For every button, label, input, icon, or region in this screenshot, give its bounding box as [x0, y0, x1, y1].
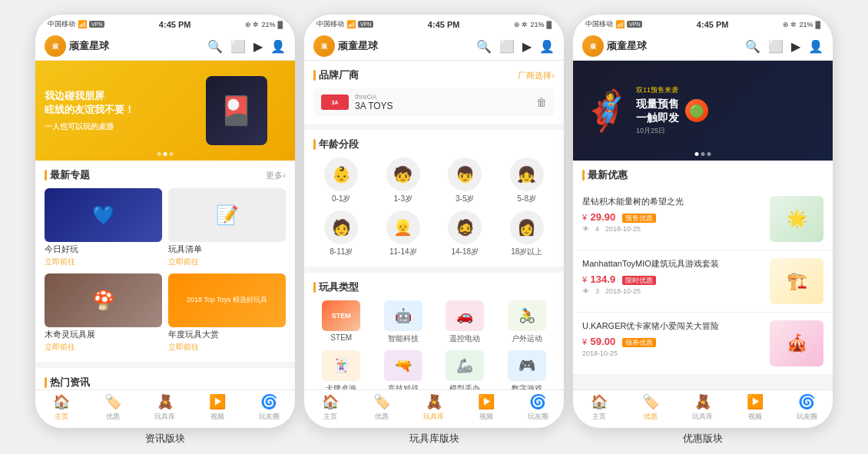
brand-item[interactable]: 3A threOA 3A TOYS 🗑: [313, 88, 555, 116]
topic-sub-4: 立即前往: [168, 342, 286, 353]
tab-home-icon-3: 🏠: [591, 393, 608, 410]
tab-toys-2[interactable]: 🧸 玩具库: [408, 393, 460, 422]
banner-1: 我边碰我朋屏 眩线的友谊我不要！ 一人也可以玩的桌游 🎴: [35, 61, 295, 161]
topic-4[interactable]: 2018 Top Toys 精选好玩具 年度玩具大赏 立即前往: [168, 273, 286, 353]
phone-news-wrapper: 中国移动 📶 VPN 4:45 PM ⊛ ✲ 21% ▓ 顽: [35, 14, 296, 446]
tab-home-3[interactable]: 🏠 主页: [573, 393, 625, 422]
topic-label-2: 玩具清单: [168, 244, 286, 255]
app-title-3: 顽童星球: [607, 39, 647, 53]
views-d1: 4: [595, 225, 599, 233]
brand-title: 品牌厂商: [313, 68, 359, 82]
toy-type-label-digital: 数字游戏: [512, 383, 542, 389]
nav-icons-1: 🔍 ⬜ ▶ 👤: [207, 39, 286, 54]
search-icon-1[interactable]: 🔍: [207, 39, 223, 54]
dot3-2: [701, 152, 705, 156]
age-avatar-18-plus: 👩: [510, 210, 544, 244]
toy-type-model[interactable]: 🦾 模型手办: [437, 350, 493, 389]
age-5-8[interactable]: 👧 5-8岁: [499, 157, 555, 204]
discount-content-3: U.KARGER优卡家猪小爱闯关大冒险 ¥ 59.00 领券优惠 2018-10…: [582, 320, 764, 357]
toy-type-smart[interactable]: 🤖 智能科技: [376, 300, 432, 344]
tab-friends-label-2: 玩友圈: [528, 412, 548, 422]
tab-bar-1: 🏠 主页 🏷️ 优惠 🧸 玩具库 ▶️ 视频: [35, 389, 295, 428]
toy-type-stem[interactable]: STEM STEM: [313, 300, 369, 344]
tab-video-3[interactable]: ▶️ 视频: [729, 393, 781, 422]
discount-item-3[interactable]: U.KARGER优卡家猪小爱闯关大冒险 ¥ 59.00 领券优惠 2018-10…: [573, 313, 833, 375]
topic-sub-2: 立即前往: [168, 257, 286, 267]
user-icon-3[interactable]: 👤: [808, 39, 823, 54]
tab-home-icon-2: 🏠: [322, 393, 339, 410]
tab-toys-1[interactable]: 🧸 玩具库: [139, 393, 191, 422]
banner-bg-1: 我边碰我朋屏 眩线的友谊我不要！ 一人也可以玩的桌游 🎴: [35, 61, 295, 161]
tab-friends-1[interactable]: 🌀 玩友圈: [243, 393, 295, 422]
tab-deals-label-1: 优惠: [106, 412, 120, 422]
scan-icon-2[interactable]: ⬜: [499, 39, 515, 54]
toy-type-digital[interactable]: 🎮 数字游戏: [499, 350, 555, 389]
age-0-1[interactable]: 👶 0-1岁: [313, 157, 369, 204]
phone-toys: 中国移动 📶 VPN 4:45 PM ⊛ ✲ 21% ▓ 顽: [303, 14, 565, 429]
toy-type-label-stem: STEM: [330, 333, 352, 342]
banner-dots-1: [157, 152, 174, 156]
topics-more[interactable]: 更多 ›: [266, 170, 286, 181]
topic-3[interactable]: 🍄 木奇灵玩具展 立即前往: [45, 273, 162, 353]
tab-deals-2[interactable]: 🏷️ 优惠: [356, 393, 409, 422]
date-d3: 2018-10-25: [582, 350, 618, 357]
screen-label-3: 优惠版块: [683, 432, 723, 446]
discount-item-2[interactable]: ManhattanToyMIO建筑玩具游戏套装 ¥ 134.9 限时优惠 👁 3: [573, 250, 833, 313]
topic-2[interactable]: 📝 玩具清单 立即前往: [168, 188, 286, 267]
tab-deals-1[interactable]: 🏷️ 优惠: [88, 393, 140, 422]
toy-type-battle[interactable]: 🔫 竞技对战: [376, 350, 432, 389]
age-14-18[interactable]: 🧔 14-18岁: [437, 210, 493, 257]
age-18-plus[interactable]: 👩 18岁以上: [499, 210, 555, 257]
age-8-11[interactable]: 🧑 8-11岁: [313, 210, 369, 257]
status-right-2: ⊛ ✲ 21% ▓: [514, 21, 552, 28]
tab-video-icon-1: ▶️: [209, 393, 226, 410]
banner-ironman: 🦸 双11预售来袭 现量预售 一触即发 10月25日 🟢: [573, 61, 833, 161]
scan-icon-3[interactable]: ⬜: [768, 39, 784, 54]
phone-discounts: 中国移动 📶 VPN 4:45 PM ⊛ ✲ 21% ▓ 顽: [572, 14, 833, 429]
tab-deals-3[interactable]: 🏷️ 优惠: [625, 393, 678, 422]
video-icon-1[interactable]: ▶: [253, 39, 263, 54]
video-icon-3[interactable]: ▶: [791, 39, 800, 54]
brand-delete-icon[interactable]: 🗑: [536, 96, 547, 108]
screen-label-2: 玩具库版块: [409, 432, 459, 446]
tab-deals-icon-2: 🏷️: [373, 393, 390, 410]
video-icon-2[interactable]: ▶: [522, 39, 532, 54]
toy-type-rc[interactable]: 🚗 遥控电动: [437, 300, 493, 344]
carrier-1: 中国移动: [48, 19, 75, 29]
discount-item-1[interactable]: 星钻积木能量树的希望之光 ¥ 29.90 预售优惠 👁 4 2018-10-25: [573, 188, 833, 250]
wifi-icon-3: 📶: [615, 20, 624, 28]
age-avatar-1-3: 🧒: [386, 157, 420, 191]
age-11-14[interactable]: 👱 11-14岁: [376, 210, 432, 257]
tab-video-2[interactable]: ▶️ 视频: [460, 393, 512, 422]
event-label: 双11预售来袭: [636, 85, 679, 95]
age-3-5[interactable]: 👦 3-5岁: [437, 157, 493, 204]
tab-home-label-1: 主页: [55, 412, 68, 422]
tab-toys-3[interactable]: 🧸 玩具库: [677, 393, 729, 422]
scan-icon-1[interactable]: ⬜: [230, 39, 246, 54]
user-icon-1[interactable]: 👤: [270, 39, 286, 54]
search-icon-3[interactable]: 🔍: [745, 39, 760, 54]
toy-type-card[interactable]: 🃏 卡牌桌游: [313, 350, 369, 389]
tab-friends-3[interactable]: 🌀 玩友圈: [780, 393, 833, 422]
tab-friends-2[interactable]: 🌀 玩友圈: [512, 393, 564, 422]
tab-deals-icon-1: 🏷️: [104, 393, 121, 410]
brand-choose[interactable]: 厂商选择 ›: [518, 70, 555, 81]
age-label-5-8: 5-8岁: [518, 194, 536, 204]
tab-home-1[interactable]: 🏠 主页: [35, 393, 88, 422]
views-d2: 3: [595, 287, 599, 295]
tab-video-1[interactable]: ▶️ 视频: [191, 393, 244, 422]
nav-bar-1: 顽 顽童星球 🔍 ⬜ ▶ 👤: [35, 32, 295, 60]
toy-type-img-stem: STEM: [322, 300, 360, 331]
discounts-section: 最新优惠 星钻积木能量树的希望之光 ¥ 29.90 预售优惠: [573, 161, 833, 375]
tab-toys-label-3: 玩具库: [692, 412, 713, 422]
tab-home-2[interactable]: 🏠 主页: [304, 393, 356, 422]
search-icon-2[interactable]: 🔍: [476, 39, 492, 54]
tab-toys-icon-1: 🧸: [157, 393, 174, 410]
user-icon-2[interactable]: 👤: [539, 39, 555, 54]
ironman-text: 双11预售来袭 现量预售 一触即发 10月25日: [636, 85, 679, 136]
age-1-3[interactable]: 🧒 1-3岁: [376, 157, 432, 204]
price-tag-3: 领券优惠: [622, 338, 656, 347]
toy-type-outdoor[interactable]: 🚴 户外运动: [499, 300, 555, 344]
topic-1[interactable]: 💙 今日好玩 立即前往: [45, 188, 162, 267]
toy-type-label-smart: 智能科技: [388, 333, 419, 344]
